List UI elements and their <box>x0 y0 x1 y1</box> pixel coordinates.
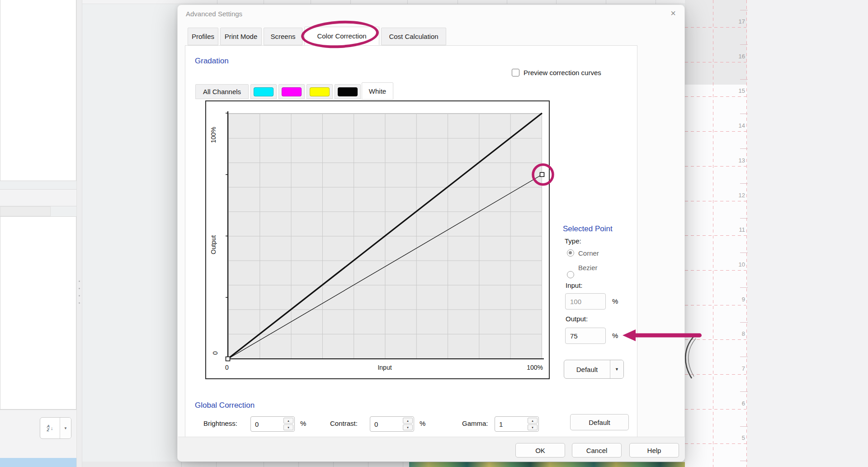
footer-strip-divider <box>403 462 403 467</box>
output-value-field[interactable]: 75 <box>565 328 606 344</box>
preview-correction-curves-label: Preview correction curves <box>524 69 601 76</box>
footer-strip-divider <box>264 462 264 467</box>
preview-correction-curves-checkbox[interactable] <box>512 69 519 76</box>
spin-down-icon[interactable]: ▼ <box>528 424 538 430</box>
panel-splitter[interactable] <box>76 0 82 467</box>
spin-down-icon[interactable]: ▼ <box>283 424 293 430</box>
artwork-thumbnail-strip <box>409 462 685 467</box>
point-default-dropdown[interactable]: Default ▼ <box>564 360 624 379</box>
channel-tab-black[interactable] <box>335 84 361 99</box>
header-strip-divider <box>350 0 351 4</box>
color-correction-page: Gradation Preview correction curves All … <box>185 45 637 441</box>
footer-strip-divider <box>216 462 217 467</box>
selected-point-title: Selected Point <box>563 224 613 234</box>
spin-up-icon[interactable]: ▲ <box>403 418 413 424</box>
splitter-grip-icon <box>78 281 81 306</box>
tab-screens[interactable]: Screens <box>264 28 302 45</box>
contrast-label: Contrast: <box>330 419 358 427</box>
channel-tab-all[interactable]: All Channels <box>195 84 249 99</box>
y-axis-title: Output <box>210 215 217 254</box>
point-default-label: Default <box>564 360 610 378</box>
global-correction-title: Global Correction <box>195 401 255 410</box>
cyan-swatch-icon <box>254 87 274 96</box>
background-footer-strip <box>82 462 409 467</box>
header-strip-divider <box>407 0 408 4</box>
curve-white-channel-curve <box>228 175 542 359</box>
channel-tab-cyan[interactable] <box>250 84 277 99</box>
yellow-swatch-icon <box>310 87 330 96</box>
contrast-percent-sign: % <box>420 419 425 427</box>
dropdown-glyph: ▼ <box>615 367 619 372</box>
header-strip-divider <box>217 0 217 4</box>
gamma-value[interactable]: 1 <box>495 417 528 431</box>
left-panel-subheader <box>0 206 51 216</box>
close-icon[interactable]: × <box>667 7 679 19</box>
input-value-field[interactable]: 100 <box>565 293 606 310</box>
header-strip-divider <box>311 0 311 4</box>
brightness-percent-sign: % <box>300 419 306 427</box>
sort-dropdown-button[interactable]: ▼ <box>60 418 71 438</box>
curve-point-marker[interactable] <box>226 357 230 361</box>
left-panel-list <box>0 216 76 410</box>
channel-tab-white-label: White <box>369 87 386 95</box>
y-axis-max-label: 100% <box>210 114 217 143</box>
corner-radio[interactable] <box>567 249 574 257</box>
corner-radio-label: Corner <box>578 249 599 257</box>
brightness-stepper[interactable]: 0 ▲ ▼ <box>250 416 295 432</box>
curve-reference-diagonal <box>228 113 542 359</box>
header-strip-divider <box>507 0 507 4</box>
grid-vline <box>746 0 747 467</box>
advanced-settings-dialog: Advanced Settings × Profiles Print Mode … <box>177 5 685 462</box>
channel-tab-magenta[interactable] <box>278 84 305 99</box>
footer-strip-divider <box>181 462 182 467</box>
type-label: Type: <box>565 237 581 245</box>
input-percent-sign: % <box>612 297 618 305</box>
footer-strip-divider <box>333 462 334 467</box>
output-label: Output: <box>566 315 588 323</box>
spin-up-icon[interactable]: ▲ <box>283 418 293 424</box>
chevron-down-icon[interactable]: ▼ <box>610 360 623 378</box>
spin-down-icon[interactable]: ▼ <box>403 424 413 430</box>
sort-az-icon: AZ↓ <box>40 418 60 438</box>
channel-tab-all-label: All Channels <box>203 88 241 95</box>
grid-vline <box>713 0 713 467</box>
channel-tab-yellow[interactable] <box>307 84 333 99</box>
header-strip-divider <box>458 0 458 4</box>
tab-cost-calculation[interactable]: Cost Calculation <box>381 28 446 45</box>
sort-button[interactable]: AZ↓ ▼ <box>40 417 71 439</box>
header-strip-divider <box>556 0 557 4</box>
header-strip-divider <box>606 0 606 4</box>
workspace-outside-page <box>747 0 868 467</box>
black-swatch-icon <box>338 87 358 96</box>
help-button[interactable]: Help <box>629 443 679 457</box>
footer-strip-divider <box>368 462 368 467</box>
tab-profiles[interactable]: Profiles <box>188 28 218 45</box>
x-axis-title: Input <box>358 364 412 371</box>
screen: AZ↓ ▼ 171615141312111098765 Advanced Set… <box>0 0 868 467</box>
bezier-radio-label: Bezier <box>578 264 598 272</box>
cancel-button[interactable]: Cancel <box>572 443 622 457</box>
y-axis-min-label: 0 <box>212 344 219 355</box>
contrast-stepper[interactable]: 0 ▲ ▼ <box>370 416 414 432</box>
left-panel-top <box>0 0 76 181</box>
spin-up-icon[interactable]: ▲ <box>528 418 538 424</box>
background-header-strip <box>82 0 685 4</box>
gamma-label: Gamma: <box>462 419 488 427</box>
channel-swatch-tabs <box>250 84 361 99</box>
ok-button[interactable]: OK <box>515 443 565 457</box>
output-percent-sign: % <box>612 332 618 339</box>
header-strip-divider <box>656 0 656 4</box>
selected-row-highlight <box>0 458 77 467</box>
bezier-radio[interactable] <box>567 271 574 278</box>
tab-print-mode[interactable]: Print Mode <box>220 28 262 45</box>
contrast-value[interactable]: 0 <box>370 417 403 431</box>
footer-strip-divider <box>298 462 299 467</box>
gradation-curve-editor[interactable]: 100% Output 0 0 Input 100% <box>205 100 550 379</box>
channel-tab-white[interactable]: White <box>362 82 393 100</box>
dialog-tab-strip: Profiles Print Mode Screens Color Correc… <box>178 28 685 45</box>
gamma-stepper[interactable]: 1 ▲ ▼ <box>495 416 539 432</box>
global-default-button[interactable]: Default <box>570 414 629 430</box>
curve-point-marker[interactable] <box>540 172 544 176</box>
magenta-swatch-icon <box>282 87 302 96</box>
brightness-value[interactable]: 0 <box>251 417 283 431</box>
